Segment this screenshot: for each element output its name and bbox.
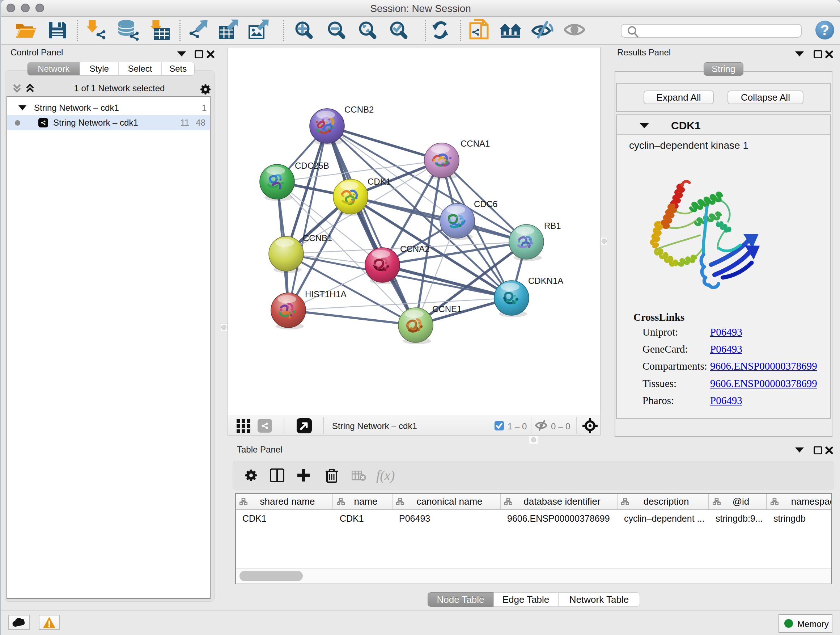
svg-text:CCNB2: CCNB2 [344,105,374,114]
svg-text:?: ? [821,22,829,38]
svg-text:CCNA2: CCNA2 [400,244,429,254]
svg-text:RB1: RB1 [544,221,561,231]
svg-text:HIST1H1A: HIST1H1A [305,289,347,299]
svg-text:CDKN1A: CDKN1A [528,276,563,286]
svg-text:CDC25B: CDC25B [295,161,329,171]
svg-text:CCNB1: CCNB1 [303,233,332,243]
svg-text:CCNE1: CCNE1 [432,304,462,314]
svg-text:CDK1: CDK1 [368,177,391,187]
svg-text:CCNA1: CCNA1 [461,139,490,149]
svg-text:CDC6: CDC6 [474,199,497,209]
